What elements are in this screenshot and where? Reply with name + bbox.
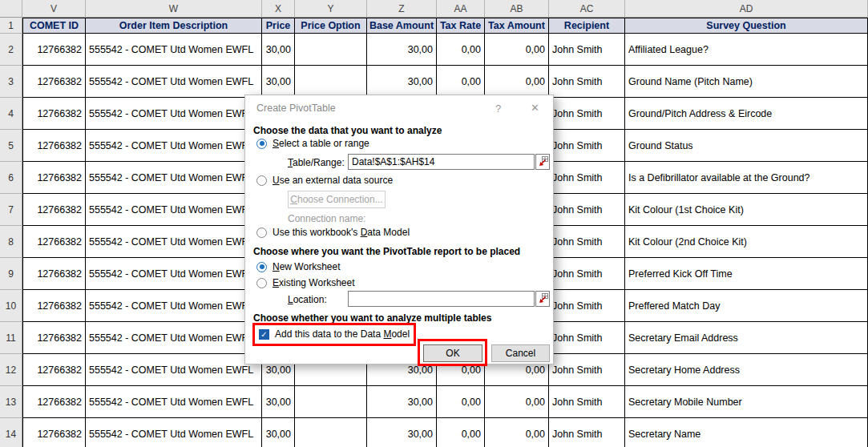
radio-new-worksheet[interactable]: New Worksheet [256, 261, 340, 272]
cell[interactable] [295, 34, 367, 66]
column-header-X[interactable]: X [262, 0, 295, 18]
radio-existing-worksheet[interactable]: Existing Worksheet [256, 277, 355, 288]
cell[interactable]: John Smith [549, 258, 625, 290]
cell[interactable]: 555542 - COMET Utd Women EWFL [86, 194, 262, 226]
help-icon[interactable]: ? [495, 103, 501, 115]
row-header-6[interactable]: 6 [0, 162, 22, 194]
cell[interactable]: 30,00 [367, 34, 437, 66]
cancel-button[interactable]: Cancel [491, 344, 550, 362]
cell[interactable]: 555542 - COMET Utd Women EWFL [86, 354, 262, 386]
row-header-9[interactable]: 9 [0, 258, 22, 290]
radio-workbook-data-model[interactable]: Use this workbook's Data Model [256, 227, 410, 238]
cell[interactable]: 30,00 [262, 386, 295, 418]
cell[interactable]: 30,00 [367, 66, 437, 98]
header-cell[interactable]: Tax Rate [437, 18, 485, 34]
cell[interactable]: 0,00 [437, 66, 485, 98]
row-header-8[interactable]: 8 [0, 226, 22, 258]
cell[interactable]: 12766382 [22, 290, 86, 322]
cell[interactable]: 12766382 [22, 322, 86, 354]
row-header-7[interactable]: 7 [0, 194, 22, 226]
cell[interactable]: 12766382 [22, 34, 86, 66]
cell[interactable]: 555542 - COMET Utd Women EWFL [86, 162, 262, 194]
cell[interactable]: 555542 - COMET Utd Women EWFL [86, 226, 262, 258]
cell[interactable]: John Smith [549, 226, 625, 258]
cell[interactable]: John Smith [549, 98, 625, 130]
cell[interactable]: 555542 - COMET Utd Women EWFL [86, 130, 262, 162]
cell[interactable]: 12766382 [22, 418, 86, 447]
row-header-11[interactable]: 11 [0, 322, 22, 354]
range-selector-icon[interactable] [535, 291, 550, 307]
column-header-AC[interactable]: AC [549, 0, 625, 18]
cell[interactable]: Is a Defibrillator available at the Grou… [625, 162, 868, 194]
cell[interactable]: Ground Status [625, 130, 868, 162]
cell[interactable]: John Smith [549, 354, 625, 386]
cell[interactable]: Preffered Match Day [625, 290, 868, 322]
cell[interactable]: 555542 - COMET Utd Women EWFL [86, 66, 262, 98]
radio-select-table-range[interactable]: Select a table or range [256, 138, 369, 149]
header-cell[interactable]: Survey Question [625, 18, 868, 34]
column-header-AD[interactable]: AD [625, 0, 868, 18]
cell[interactable]: John Smith [549, 194, 625, 226]
cell[interactable]: 12766382 [22, 194, 86, 226]
cell[interactable]: 30,00 [367, 386, 437, 418]
cell[interactable]: 0,00 [437, 418, 485, 447]
radio-external-data-source[interactable]: Use an external data source [256, 175, 393, 186]
cell[interactable]: 12766382 [22, 98, 86, 130]
cell[interactable]: John Smith [549, 418, 625, 447]
cell[interactable]: Secretary Email Address [625, 322, 868, 354]
cell[interactable]: John Smith [549, 130, 625, 162]
row-header-10[interactable]: 10 [0, 290, 22, 322]
header-cell[interactable]: Base Amount [367, 18, 437, 34]
cell[interactable]: 12766382 [22, 130, 86, 162]
cell[interactable]: 12766382 [22, 258, 86, 290]
header-cell[interactable]: Tax Amount [485, 18, 549, 34]
cell[interactable]: 12766382 [22, 386, 86, 418]
header-cell[interactable]: Price [262, 18, 295, 34]
cell[interactable]: Affiliated League? [625, 34, 868, 66]
cell[interactable]: John Smith [549, 34, 625, 66]
cell[interactable]: 555542 - COMET Utd Women EWFL [86, 290, 262, 322]
cell[interactable]: Ground/Pitch Address & Eircode [625, 98, 868, 130]
cell[interactable]: Secretary Mobile Number [625, 386, 868, 418]
cell[interactable]: 0,00 [485, 418, 549, 447]
choose-connection-button[interactable]: Choose Connection... [288, 191, 386, 208]
table-range-input[interactable]: Data!$A$1:$AH$14 [348, 154, 535, 170]
cell[interactable]: 12766382 [22, 226, 86, 258]
column-header-V[interactable]: V [22, 0, 86, 18]
close-icon[interactable]: ✕ [531, 102, 539, 114]
cell[interactable]: 0,00 [485, 34, 549, 66]
cell[interactable]: 555542 - COMET Utd Women EWFL [86, 322, 262, 354]
column-header-W[interactable]: W [86, 0, 262, 18]
row-header-2[interactable]: 2 [0, 34, 22, 66]
header-cell[interactable]: Recipient [549, 18, 625, 34]
column-header-Z[interactable]: Z [367, 0, 437, 18]
ok-button[interactable]: OK [423, 344, 482, 362]
cell[interactable]: 0,00 [437, 34, 485, 66]
cell[interactable]: John Smith [549, 290, 625, 322]
cell[interactable] [295, 386, 367, 418]
checkbox-add-to-data-model[interactable]: ✓ Add this data to the Data Model [259, 328, 410, 340]
cell[interactable]: Secretary Name [625, 418, 868, 447]
select-all-corner[interactable] [0, 0, 22, 18]
cell[interactable]: 555542 - COMET Utd Women EWFL [86, 386, 262, 418]
cell[interactable]: 0,00 [485, 386, 549, 418]
cell[interactable]: John Smith [549, 322, 625, 354]
location-input[interactable] [348, 291, 535, 307]
cell[interactable]: 0,00 [437, 386, 485, 418]
cell[interactable]: 555542 - COMET Utd Women EWFL [86, 418, 262, 447]
row-header-3[interactable]: 3 [0, 66, 22, 98]
cell[interactable]: 30,00 [367, 418, 437, 447]
cell[interactable]: 12766382 [22, 66, 86, 98]
cell[interactable]: 30,00 [262, 66, 295, 98]
cell[interactable]: 12766382 [22, 162, 86, 194]
row-header-13[interactable]: 13 [0, 386, 22, 418]
cell[interactable]: Kit Colour (2nd Choice Kit) [625, 226, 868, 258]
cell[interactable]: John Smith [549, 386, 625, 418]
row-header-4[interactable]: 4 [0, 98, 22, 130]
row-header-5[interactable]: 5 [0, 130, 22, 162]
cell[interactable]: 30,00 [262, 34, 295, 66]
column-header-AA[interactable]: AA [437, 0, 485, 18]
cell[interactable]: Preferred Kick Off Time [625, 258, 868, 290]
row-header-1[interactable]: 1 [0, 18, 22, 34]
cell[interactable]: Secretary Home Address [625, 354, 868, 386]
